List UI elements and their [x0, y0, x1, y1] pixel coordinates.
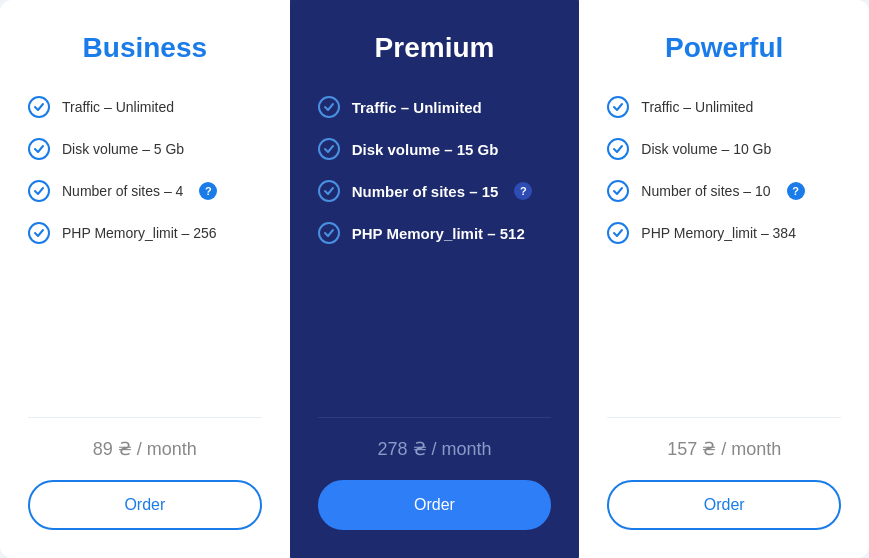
features-list-powerful: Traffic – Unlimited Disk volume – 10 Gb …	[607, 96, 841, 377]
plan-title-premium: Premium	[318, 32, 552, 64]
feature-item-business-0: Traffic – Unlimited	[28, 96, 262, 118]
order-button-powerful[interactable]: Order	[607, 480, 841, 530]
divider	[28, 417, 262, 418]
check-icon	[607, 138, 629, 160]
help-icon[interactable]: ?	[199, 182, 217, 200]
check-icon	[318, 180, 340, 202]
feature-text-premium-1: Disk volume – 15 Gb	[352, 141, 499, 158]
feature-text-premium-3: PHP Memory_limit – 512	[352, 225, 525, 242]
price-section-premium: 278 ₴ / month	[318, 438, 552, 460]
feature-text-powerful-2: Number of sites – 10	[641, 183, 770, 199]
feature-item-business-1: Disk volume – 5 Gb	[28, 138, 262, 160]
features-list-business: Traffic – Unlimited Disk volume – 5 Gb N…	[28, 96, 262, 377]
feature-item-powerful-2: Number of sites – 10?	[607, 180, 841, 202]
feature-item-powerful-1: Disk volume – 10 Gb	[607, 138, 841, 160]
plan-card-premium: Premium Traffic – Unlimited Disk volume …	[290, 0, 580, 558]
plan-title-business: Business	[28, 32, 262, 64]
feature-text-premium-2: Number of sites – 15	[352, 183, 499, 200]
feature-item-premium-2: Number of sites – 15?	[318, 180, 552, 202]
feature-text-powerful-0: Traffic – Unlimited	[641, 99, 753, 115]
feature-text-powerful-1: Disk volume – 10 Gb	[641, 141, 771, 157]
feature-text-business-3: PHP Memory_limit – 256	[62, 225, 217, 241]
feature-text-powerful-3: PHP Memory_limit – 384	[641, 225, 796, 241]
plan-card-business: Business Traffic – Unlimited Disk volume…	[0, 0, 290, 558]
divider	[607, 417, 841, 418]
check-icon	[607, 96, 629, 118]
feature-item-business-3: PHP Memory_limit – 256	[28, 222, 262, 244]
check-icon	[318, 138, 340, 160]
order-button-business[interactable]: Order	[28, 480, 262, 530]
check-icon	[28, 138, 50, 160]
check-icon	[28, 96, 50, 118]
check-icon	[318, 222, 340, 244]
feature-text-premium-0: Traffic – Unlimited	[352, 99, 482, 116]
plan-card-powerful: Powerful Traffic – Unlimited Disk volume…	[579, 0, 869, 558]
feature-text-business-0: Traffic – Unlimited	[62, 99, 174, 115]
pricing-container: Business Traffic – Unlimited Disk volume…	[0, 0, 869, 558]
price-text-business: 89 ₴ / month	[93, 439, 197, 459]
feature-item-premium-0: Traffic – Unlimited	[318, 96, 552, 118]
check-icon	[318, 96, 340, 118]
feature-item-business-2: Number of sites – 4?	[28, 180, 262, 202]
feature-item-powerful-0: Traffic – Unlimited	[607, 96, 841, 118]
divider	[318, 417, 552, 418]
feature-text-business-1: Disk volume – 5 Gb	[62, 141, 184, 157]
plan-title-powerful: Powerful	[607, 32, 841, 64]
price-section-powerful: 157 ₴ / month	[607, 438, 841, 460]
price-text-powerful: 157 ₴ / month	[667, 439, 781, 459]
price-text-premium: 278 ₴ / month	[377, 439, 491, 459]
feature-item-premium-1: Disk volume – 15 Gb	[318, 138, 552, 160]
price-section-business: 89 ₴ / month	[28, 438, 262, 460]
feature-item-powerful-3: PHP Memory_limit – 384	[607, 222, 841, 244]
check-icon	[28, 180, 50, 202]
help-icon[interactable]: ?	[514, 182, 532, 200]
features-list-premium: Traffic – Unlimited Disk volume – 15 Gb …	[318, 96, 552, 377]
check-icon	[607, 180, 629, 202]
help-icon[interactable]: ?	[787, 182, 805, 200]
feature-text-business-2: Number of sites – 4	[62, 183, 183, 199]
feature-item-premium-3: PHP Memory_limit – 512	[318, 222, 552, 244]
order-button-premium[interactable]: Order	[318, 480, 552, 530]
check-icon	[607, 222, 629, 244]
check-icon	[28, 222, 50, 244]
